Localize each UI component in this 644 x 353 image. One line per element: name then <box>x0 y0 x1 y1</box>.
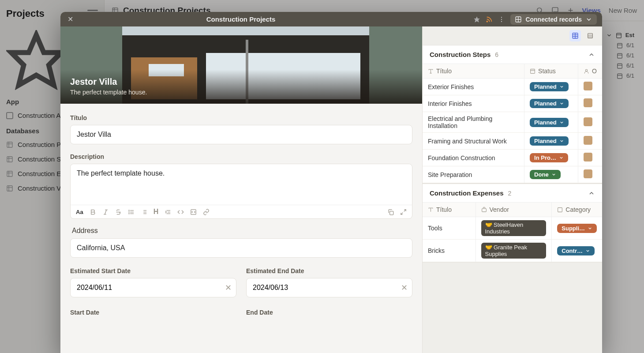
status-badge[interactable]: Done <box>530 170 561 179</box>
est-start-label: Estimated Start Date <box>70 267 236 274</box>
code-icon[interactable] <box>177 209 184 215</box>
record-subtitle: The perfect template house. <box>70 89 412 96</box>
step-title: Exterior Finishes <box>423 79 524 95</box>
vendor-chip[interactable]: 🤝 Granite Peak Supplies <box>481 243 547 259</box>
italic-icon[interactable] <box>102 209 109 215</box>
step-title: Electrical and Plumbing Installation <box>423 112 524 133</box>
svg-point-78 <box>585 69 587 71</box>
avatar[interactable] <box>584 153 592 161</box>
close-icon[interactable]: ✕ <box>66 15 75 23</box>
link-icon[interactable] <box>203 209 210 215</box>
bold-icon[interactable] <box>90 209 96 215</box>
description-field: Aa H <box>70 164 412 219</box>
more-vertical-icon[interactable] <box>498 16 505 23</box>
col-owner[interactable]: O <box>578 64 602 79</box>
svg-line-49 <box>105 210 106 214</box>
titulo-input[interactable] <box>70 125 412 144</box>
clear-icon[interactable]: ✕ <box>225 283 232 293</box>
avatar[interactable] <box>584 98 592 107</box>
table-row[interactable]: Tools🤝 SteelHaven IndustriesSuppli… <box>423 217 602 240</box>
steps-table: Título Status O Exterior FinishesPlanned… <box>423 64 602 183</box>
address-label: Address <box>72 227 412 235</box>
chevron-down-icon <box>585 16 592 23</box>
expand-icon[interactable] <box>400 209 407 215</box>
description-textarea[interactable] <box>71 164 412 205</box>
heading-icon[interactable]: H <box>154 208 159 216</box>
est-start-field[interactable]: ✕ <box>70 278 236 297</box>
steps-panel: Construction Steps 6 Título Status O Ext… <box>423 45 602 184</box>
expenses-panel: Construction Expenses 2 Título Vendor Ca… <box>423 184 602 263</box>
table-row[interactable]: Framing and Structural WorkPlanned <box>423 133 602 150</box>
titulo-label: Título <box>70 114 412 121</box>
expense-title: Bricks <box>423 240 476 262</box>
avatar[interactable] <box>584 82 592 90</box>
col-vendor[interactable]: Vendor <box>476 203 552 217</box>
col-category[interactable]: Category <box>552 203 602 217</box>
chevron-up-icon <box>588 190 595 197</box>
status-badge[interactable]: Planned <box>530 99 569 108</box>
text-style-button[interactable]: Aa <box>76 209 83 215</box>
chevron-up-icon <box>588 51 595 58</box>
description-label: Description <box>70 153 412 160</box>
indent-icon[interactable] <box>165 209 171 215</box>
col-titulo[interactable]: Título <box>423 64 524 79</box>
connected-records-button[interactable]: Connected records <box>510 14 597 25</box>
numbered-list-icon[interactable] <box>141 209 147 215</box>
status-badge[interactable]: Planned <box>530 82 569 91</box>
address-input[interactable] <box>70 238 412 258</box>
step-title: Interior Finishes <box>423 95 524 112</box>
col-status[interactable]: Status <box>524 64 578 79</box>
svg-point-55 <box>129 211 129 212</box>
table-row[interactable]: Site PreparationDone <box>423 166 602 183</box>
status-badge[interactable]: Planned <box>530 118 569 127</box>
status-badge[interactable]: In Pro… <box>530 153 568 162</box>
svg-point-56 <box>129 213 129 214</box>
col-titulo[interactable]: Título <box>423 203 476 217</box>
svg-rect-64 <box>390 211 393 214</box>
connected-records-panel: Construction Steps 6 Título Status O Ext… <box>422 26 602 353</box>
record-title: Jestor Villa <box>70 77 412 87</box>
modal-header: ✕ Construction Projects Connected record… <box>60 12 602 26</box>
bullet-list-icon[interactable] <box>128 209 135 215</box>
code-block-icon[interactable] <box>190 209 197 215</box>
vendor-chip[interactable]: 🤝 SteelHaven Industries <box>481 220 547 236</box>
svg-line-65 <box>404 209 406 211</box>
svg-marker-30 <box>474 16 480 22</box>
rss-icon[interactable] <box>486 16 493 23</box>
clear-icon[interactable]: ✕ <box>401 283 408 293</box>
step-title: Foundation Construction <box>423 150 524 166</box>
grid-view-toggle[interactable] <box>569 30 581 41</box>
est-end-field[interactable]: ✕ <box>246 278 412 297</box>
record-modal: ✕ Construction Projects Connected record… <box>60 12 602 353</box>
svg-rect-81 <box>558 207 562 212</box>
avatar[interactable] <box>584 169 592 178</box>
table-row[interactable]: Electrical and Plumbing InstallationPlan… <box>423 112 602 133</box>
category-badge[interactable]: Suppli… <box>557 224 597 233</box>
est-end-label: Estimated End Date <box>246 267 412 274</box>
expenses-panel-header[interactable]: Construction Expenses 2 <box>423 184 602 202</box>
table-row[interactable]: Interior FinishesPlanned <box>423 95 602 112</box>
star-icon[interactable] <box>473 16 480 23</box>
steps-panel-header[interactable]: Construction Steps 6 <box>423 45 602 64</box>
category-badge[interactable]: Contr… <box>557 246 595 255</box>
expense-title: Tools <box>423 217 476 240</box>
start-date-label: Start Date <box>70 309 236 316</box>
cover-image[interactable]: Jestor Villa The perfect template house. <box>60 26 422 104</box>
est-end-input[interactable] <box>253 278 401 297</box>
svg-rect-76 <box>531 69 535 73</box>
table-row[interactable]: Exterior FinishesPlanned <box>423 79 602 95</box>
end-date-label: End Date <box>246 309 412 316</box>
table-row[interactable]: Foundation ConstructionIn Pro… <box>423 150 602 166</box>
copy-icon[interactable] <box>387 209 394 215</box>
strikethrough-icon[interactable] <box>115 209 122 215</box>
rich-text-toolbar: Aa H <box>71 205 412 218</box>
list-view-toggle[interactable] <box>584 30 596 41</box>
table-row[interactable]: Bricks🤝 Granite Peak SuppliesContr… <box>423 240 602 262</box>
step-title: Site Preparation <box>423 166 524 183</box>
svg-rect-44 <box>206 35 360 53</box>
status-badge[interactable]: Planned <box>530 136 569 146</box>
avatar[interactable] <box>584 136 592 145</box>
expenses-table: Título Vendor Category Tools🤝 SteelHaven… <box>423 202 602 262</box>
avatar[interactable] <box>584 117 592 126</box>
est-start-input[interactable] <box>77 278 225 297</box>
